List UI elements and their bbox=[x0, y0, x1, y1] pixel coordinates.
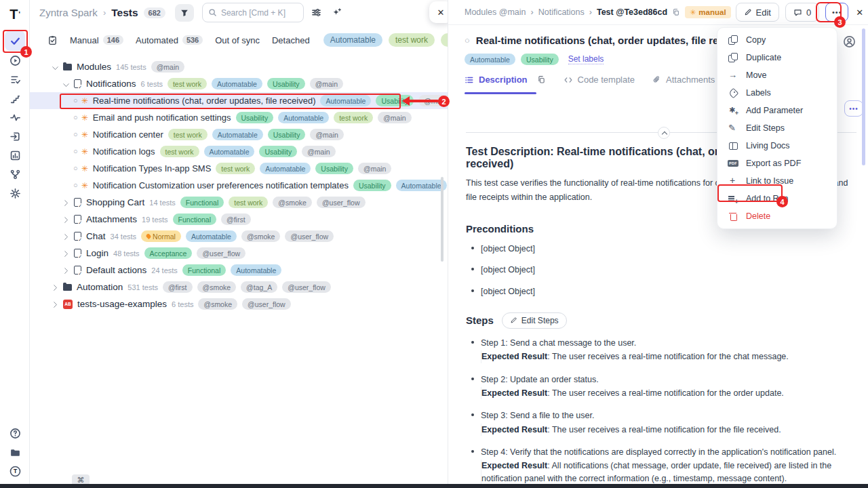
nav-shared-steps[interactable] bbox=[0, 91, 30, 106]
menu-item-labels[interactable]: Labels bbox=[717, 84, 837, 102]
help-button[interactable] bbox=[0, 426, 30, 441]
test-tree: Modules 145 tests @main Notifications 6 … bbox=[30, 58, 448, 312]
tree-row-attachments[interactable]: Attachments 19 tests Functional @first bbox=[30, 211, 448, 228]
tree-row-notifications[interactable]: Notifications 6 tests test work Automata… bbox=[30, 75, 448, 92]
menu-item-copy[interactable]: Copy bbox=[717, 31, 837, 49]
tree-row-notification-customization[interactable]: Notification Customization user preferen… bbox=[30, 177, 448, 194]
breadcrumb-test-id: Test @Te3ed86cd bbox=[597, 7, 667, 17]
nav-branches[interactable] bbox=[0, 167, 30, 182]
menu-item-delete[interactable]: Delete bbox=[717, 207, 837, 225]
tab-code-template[interactable]: Code template bbox=[564, 75, 635, 92]
nav-plans[interactable] bbox=[0, 72, 30, 87]
tree-row-notification-types[interactable]: Notification Types In-app SMS test work … bbox=[30, 160, 448, 177]
branch-icon bbox=[9, 169, 21, 180]
menu-item-living-docs[interactable]: Living Docs bbox=[717, 137, 837, 155]
menu-item-move[interactable]: Move bbox=[717, 66, 837, 84]
step-action: Step 2: Update an order status. bbox=[481, 373, 599, 386]
filter-tab[interactable]: Detached bbox=[272, 35, 310, 45]
ai-create-button[interactable] bbox=[330, 5, 344, 20]
menu-item-link-to-issue[interactable]: Link to Issue bbox=[717, 172, 837, 190]
comments-button[interactable]: 0 bbox=[785, 3, 819, 22]
tree-item-label: Chat bbox=[86, 231, 106, 241]
close-panel-button[interactable]: ✕ bbox=[429, 1, 448, 23]
breadcrumb-project[interactable]: Zyntra Spark bbox=[39, 7, 98, 18]
filter-tab[interactable]: Automated 536 bbox=[136, 35, 203, 45]
tree-item-label: Login bbox=[86, 248, 108, 258]
tree-row-modules[interactable]: Modules 145 tests @main bbox=[30, 58, 448, 75]
menu-item-edit-steps[interactable]: Edit Steps bbox=[717, 119, 837, 137]
inline-more-button[interactable]: ••• bbox=[844, 100, 863, 117]
menu-item-duplicate[interactable]: Duplicate bbox=[717, 49, 837, 66]
tree-row-shopping-cart[interactable]: Shopping Cart 14 tests Functional test w… bbox=[30, 194, 448, 211]
copy-id-button[interactable] bbox=[672, 8, 680, 16]
copy-description-button[interactable] bbox=[537, 75, 546, 91]
tab-description[interactable]: Description bbox=[465, 75, 528, 92]
test-title: Real-time notifications (chat, order upd… bbox=[476, 35, 753, 46]
tree-row-chat[interactable]: Chat 34 tests Normal Automatable @smoke … bbox=[30, 228, 448, 245]
filter-chip[interactable]: Flaky bbox=[441, 33, 448, 47]
filter-chip[interactable]: Automatable bbox=[323, 33, 382, 47]
caret-icon[interactable] bbox=[62, 233, 69, 240]
tests-count-badge: 682 bbox=[144, 7, 165, 18]
menu-item-add-parameter[interactable]: Add Parameter bbox=[717, 102, 837, 119]
bulk-select-button[interactable] bbox=[47, 33, 58, 47]
assignee-button[interactable] bbox=[843, 35, 856, 51]
edit-steps-button[interactable]: Edit Steps bbox=[502, 312, 567, 329]
edit-button[interactable]: Edit bbox=[736, 3, 779, 22]
menu-item-add-to-run[interactable]: Add to Run bbox=[717, 190, 837, 207]
caret-icon[interactable] bbox=[52, 301, 58, 308]
tree-row-email-push-settings[interactable]: Email and push notification settings Usa… bbox=[30, 109, 448, 126]
tree-row-realtime-notifications[interactable]: Real-time notifications (chat, order upd… bbox=[30, 92, 448, 109]
tree-item-icon bbox=[74, 266, 81, 274]
search-input[interactable] bbox=[221, 8, 296, 18]
filter-tab[interactable]: Out of sync bbox=[215, 35, 260, 45]
tree-row-tests-usage-examples[interactable]: tests-usage-examples 6 tests @smoke @use… bbox=[30, 296, 448, 312]
nav-pulse[interactable] bbox=[0, 110, 30, 125]
status-circle-icon[interactable]: ○ bbox=[465, 35, 470, 45]
caret-icon[interactable] bbox=[52, 64, 58, 70]
nav-tests-active[interactable] bbox=[5, 30, 25, 51]
collapse-button[interactable] bbox=[658, 127, 670, 139]
copy-icon bbox=[672, 8, 680, 16]
caret-icon[interactable] bbox=[52, 284, 58, 291]
filter-tab-label: Detached bbox=[272, 35, 310, 45]
tree-row-notification-center[interactable]: Notification center test work Automatabl… bbox=[30, 126, 448, 143]
caret-icon[interactable] bbox=[62, 250, 69, 257]
filter-button[interactable] bbox=[175, 4, 194, 22]
menu-item-label: Move bbox=[746, 70, 767, 80]
view-options-button[interactable] bbox=[309, 5, 324, 20]
close-detail-button[interactable]: ✕ bbox=[856, 7, 863, 18]
caret-icon[interactable] bbox=[62, 216, 69, 223]
tree-row-automation[interactable]: Automation 531 tests @first @smoke @tag_… bbox=[30, 279, 448, 296]
projects-button[interactable] bbox=[0, 445, 30, 460]
tab-attachments[interactable]: Attachments bbox=[652, 75, 715, 92]
account-avatar[interactable]: T bbox=[0, 464, 30, 479]
caret-icon[interactable] bbox=[62, 267, 69, 274]
caret-icon[interactable] bbox=[62, 81, 69, 87]
menu-item-export-pdf[interactable]: Export as PDF bbox=[717, 155, 837, 172]
more-actions-button[interactable]: ••• bbox=[825, 3, 848, 22]
tree-row-notification-logs[interactable]: Notification logs test work Automatable … bbox=[30, 143, 448, 160]
caret-icon[interactable] bbox=[62, 199, 69, 206]
gear-icon bbox=[9, 188, 21, 199]
breadcrumb-module[interactable]: Modules @main bbox=[465, 7, 526, 17]
detail-scrollbar[interactable] bbox=[862, 28, 865, 165]
tree-row-login[interactable]: Login 48 tests Acceptance @user_flow bbox=[30, 245, 448, 262]
app-logo[interactable]: T' bbox=[0, 5, 30, 23]
tag-chip: @smoke bbox=[198, 298, 237, 310]
tree-item-icon bbox=[63, 64, 72, 70]
tag-chip: @user_flow bbox=[242, 298, 291, 310]
filter-chip[interactable]: test work bbox=[389, 33, 435, 47]
nav-import[interactable] bbox=[0, 129, 30, 144]
tree-row-default-actions[interactable]: Default actions 24 tests Functional Auto… bbox=[30, 262, 448, 279]
nav-settings[interactable] bbox=[0, 186, 30, 201]
comment-icon bbox=[793, 8, 802, 17]
breadcrumb-suite[interactable]: Notifications bbox=[538, 7, 585, 17]
search-box[interactable] bbox=[202, 3, 304, 22]
nav-analytics[interactable] bbox=[0, 148, 30, 163]
nav-runs[interactable] bbox=[0, 53, 30, 68]
tree-item-icon bbox=[73, 97, 88, 105]
tree-scrollbar[interactable] bbox=[441, 177, 443, 262]
set-labels-link[interactable]: Set labels bbox=[568, 54, 604, 64]
filter-tab[interactable]: Manual 146 bbox=[70, 35, 123, 45]
